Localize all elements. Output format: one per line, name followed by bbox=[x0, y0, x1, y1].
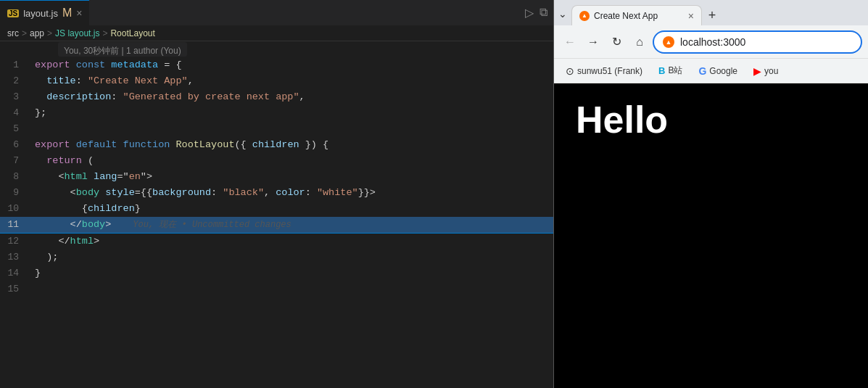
github-icon: ⊙ bbox=[566, 65, 574, 77]
breadcrumb-app: app bbox=[30, 28, 44, 38]
page-heading: Hello bbox=[576, 98, 668, 141]
code-line: 3 description: "Generated by create next… bbox=[0, 89, 553, 105]
google-icon: G bbox=[698, 65, 706, 77]
home-button[interactable]: ⌂ bbox=[629, 32, 650, 52]
browser-new-tab-button[interactable]: + bbox=[702, 5, 722, 25]
browser-tab-favicon: ▲ bbox=[579, 11, 590, 21]
code-line: 7 return ( bbox=[0, 153, 553, 169]
bookmark-google[interactable]: G Google bbox=[693, 64, 743, 78]
code-line: 5 bbox=[0, 121, 553, 137]
code-line: 2 title: "Create Next App", bbox=[0, 73, 553, 89]
browser-tab[interactable]: ▲ Create Next App × bbox=[571, 5, 702, 25]
breadcrumb-sep3: > bbox=[102, 28, 107, 38]
js-file-icon: JS bbox=[7, 9, 19, 17]
bookmark-bilibili[interactable]: B B站 bbox=[653, 63, 688, 78]
split-icon[interactable]: ⧉ bbox=[540, 6, 547, 20]
code-line: 13 ); bbox=[0, 249, 553, 265]
git-blame-inline: You, 现在 • Uncommitted changes bbox=[133, 220, 291, 230]
reload-button[interactable]: ↻ bbox=[606, 32, 627, 52]
editor-tab-actions: ▷ ⧉ bbox=[525, 6, 553, 20]
tab-bar: JS layout.js M × ▷ ⧉ bbox=[0, 0, 553, 25]
tab-close-button[interactable]: × bbox=[76, 7, 82, 19]
bookmark-bilibili-label: B站 bbox=[668, 65, 682, 77]
code-line: 6 export default function RootLayout({ c… bbox=[0, 137, 553, 153]
git-blame-tooltip: You, 30秒钟前 | 1 author (You) bbox=[58, 42, 187, 57]
back-button[interactable]: ← bbox=[560, 32, 580, 52]
bookmark-google-label: Google bbox=[709, 66, 737, 76]
address-favicon: ▲ bbox=[663, 36, 674, 48]
breadcrumb-sep1: > bbox=[22, 28, 27, 38]
forward-button[interactable]: → bbox=[583, 32, 603, 52]
address-bar[interactable]: ▲ localhost:3000 bbox=[653, 30, 862, 54]
bookmark-youtube[interactable]: ▶ you bbox=[748, 64, 784, 78]
run-icon[interactable]: ▷ bbox=[525, 6, 534, 20]
address-text: localhost:3000 bbox=[680, 36, 852, 48]
bookmark-github[interactable]: ⊙ sunwu51 (Frank) bbox=[560, 64, 648, 78]
breadcrumb: src > app > JS layout.js > RootLayout bbox=[0, 25, 553, 41]
vscode-editor: JS layout.js M × ▷ ⧉ src > app > JS layo… bbox=[0, 0, 553, 388]
code-line: 1 export const metadata = { bbox=[0, 57, 553, 73]
code-line: 14 } bbox=[0, 265, 553, 281]
breadcrumb-func: RootLayout bbox=[110, 28, 154, 38]
code-line: 4 }; bbox=[0, 105, 553, 121]
tab-modified-dot: M bbox=[62, 7, 72, 19]
tab-filename: layout.js bbox=[23, 8, 58, 19]
browser-tab-strip: ⌄ ▲ Create Next App × + bbox=[554, 0, 868, 25]
bookmarks-bar: ⊙ sunwu51 (Frank) B B站 G Google ▶ you bbox=[554, 59, 868, 83]
bilibili-icon: B bbox=[658, 65, 665, 76]
code-line: 8 <html lang="en"> bbox=[0, 169, 553, 185]
bookmark-github-label: sunwu51 (Frank) bbox=[577, 66, 642, 76]
blame-row: You, 30秒钟前 | 1 author (You) bbox=[0, 41, 553, 57]
code-lines: 1 export const metadata = { 2 title: "Cr… bbox=[0, 57, 553, 297]
breadcrumb-src: src bbox=[7, 28, 19, 38]
code-editor[interactable]: 1 export const metadata = { 2 title: "Cr… bbox=[0, 57, 553, 388]
code-line: 9 <body style={{background: "black", col… bbox=[0, 185, 553, 201]
breadcrumb-sep2: > bbox=[47, 28, 52, 38]
browser-tab-title: Create Next App bbox=[594, 11, 684, 21]
breadcrumb-js: JS layout.js bbox=[55, 28, 99, 38]
browser-panel: ⌄ ▲ Create Next App × + ← → ↻ ⌂ ▲ localh… bbox=[553, 0, 868, 388]
browser-nav-bar: ← → ↻ ⌂ ▲ localhost:3000 bbox=[554, 25, 868, 59]
code-line: 12 </html> bbox=[0, 234, 553, 249]
browser-tab-close-button[interactable]: × bbox=[688, 10, 694, 22]
code-line-highlighted: 11 </body>You, 现在 • Uncommitted changes bbox=[0, 217, 553, 234]
active-tab[interactable]: JS layout.js M × bbox=[0, 0, 89, 25]
bookmark-youtube-label: you bbox=[764, 66, 778, 76]
code-line: 10 {children} bbox=[0, 201, 553, 217]
youtube-icon: ▶ bbox=[753, 65, 761, 77]
browser-tab-chevron[interactable]: ⌄ bbox=[558, 8, 567, 20]
code-line: 15 bbox=[0, 281, 553, 297]
browser-content: Hello bbox=[554, 83, 868, 388]
